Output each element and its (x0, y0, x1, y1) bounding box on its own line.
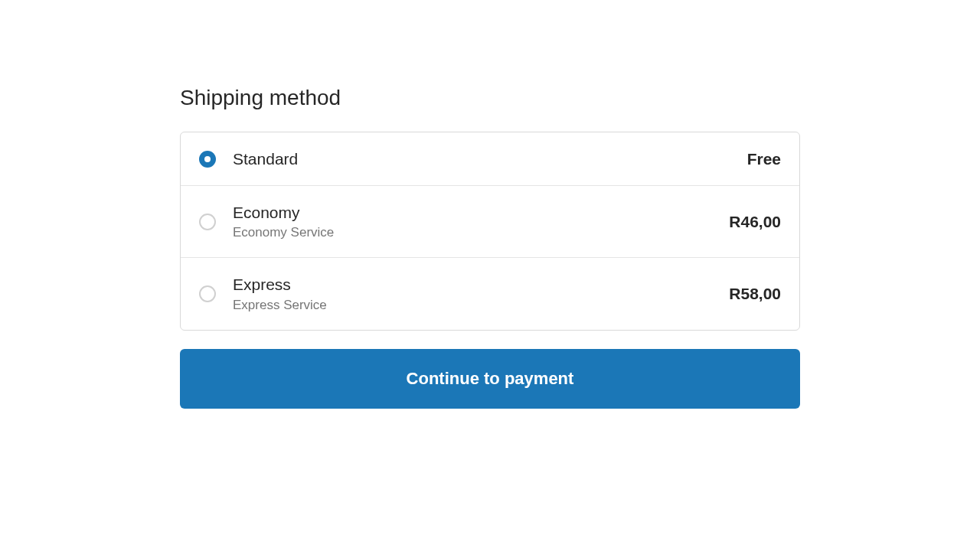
radio-express[interactable] (199, 285, 216, 302)
radio-standard[interactable] (199, 151, 216, 168)
radio-economy[interactable] (199, 214, 216, 230)
continue-to-payment-button[interactable]: Continue to payment (180, 349, 800, 409)
shipping-option-standard[interactable]: Standard Free (181, 132, 799, 186)
option-sublabel-express: Express Service (233, 298, 729, 313)
shipping-options-panel: Standard Free Economy Economy Service R4… (180, 132, 800, 331)
option-label-economy: Economy (233, 203, 729, 222)
shipping-option-economy[interactable]: Economy Economy Service R46,00 (181, 186, 799, 258)
option-price-economy: R46,00 (729, 213, 781, 231)
option-label-standard: Standard (233, 149, 747, 168)
shipping-method-title: Shipping method (180, 86, 800, 110)
option-price-standard: Free (747, 150, 781, 168)
option-label-express: Express (233, 275, 729, 294)
shipping-option-express[interactable]: Express Express Service R58,00 (181, 258, 799, 329)
option-price-express: R58,00 (729, 285, 781, 303)
option-sublabel-economy: Economy Service (233, 225, 729, 240)
